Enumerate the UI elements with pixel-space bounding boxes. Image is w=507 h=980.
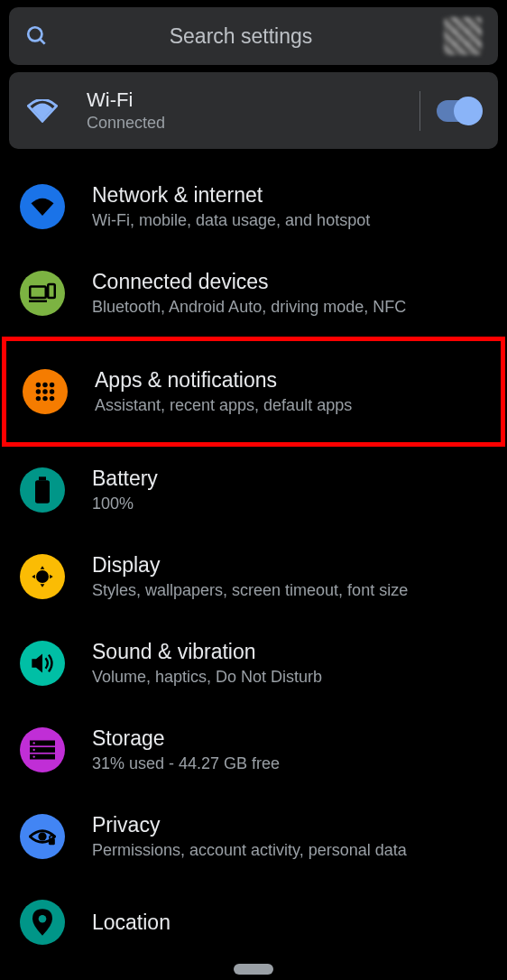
- item-text: Network & internetWi-Fi, mobile, data us…: [92, 183, 487, 230]
- item-text: Apps & notificationsAssistant, recent ap…: [95, 368, 484, 415]
- item-title: Display: [92, 553, 487, 578]
- sound-icon: [20, 641, 65, 686]
- svg-point-21: [33, 749, 35, 751]
- item-text: Sound & vibrationVolume, haptics, Do Not…: [92, 640, 487, 687]
- item-title: Privacy: [92, 813, 487, 837]
- svg-rect-15: [39, 476, 46, 480]
- apps-icon: [23, 369, 68, 414]
- svg-point-6: [42, 383, 47, 387]
- setting-item-storage[interactable]: Storage31% used - 44.27 GB free: [0, 707, 507, 793]
- svg-point-23: [38, 832, 46, 840]
- setting-item-privacy[interactable]: PrivacyPermissions, account activity, pe…: [0, 793, 507, 880]
- storage-icon: [20, 727, 65, 772]
- item-text: PrivacyPermissions, account activity, pe…: [92, 813, 487, 860]
- wifi-toggle[interactable]: [437, 100, 480, 122]
- svg-point-22: [33, 755, 35, 757]
- svg-point-9: [42, 389, 47, 393]
- setting-item-wifi[interactable]: Network & internetWi-Fi, mobile, data us…: [0, 163, 507, 250]
- setting-item-battery[interactable]: Battery100%: [0, 447, 507, 533]
- wifi-icon: [20, 184, 65, 229]
- svg-point-10: [50, 389, 54, 393]
- svg-point-16: [37, 571, 48, 582]
- svg-point-12: [42, 396, 47, 401]
- setting-item-devices[interactable]: Connected devicesBluetooth, Android Auto…: [0, 250, 507, 337]
- divider: [419, 91, 420, 131]
- setting-item-location[interactable]: Location: [0, 880, 507, 965]
- svg-rect-24: [49, 838, 55, 845]
- wifi-status: Connected: [87, 114, 403, 133]
- item-title: Battery: [92, 467, 487, 491]
- svg-rect-2: [30, 287, 46, 299]
- item-subtitle: Wi-Fi, mobile, data usage, and hotspot: [92, 211, 487, 230]
- wifi-title: Wi-Fi: [87, 88, 403, 112]
- item-text: Battery100%: [92, 467, 487, 513]
- svg-point-7: [50, 383, 54, 387]
- item-subtitle: Styles, wallpapers, screen timeout, font…: [92, 581, 487, 600]
- wifi-quick-card[interactable]: Wi-Fi Connected: [9, 72, 498, 149]
- item-title: Network & internet: [92, 183, 487, 208]
- svg-point-13: [50, 396, 54, 401]
- home-indicator[interactable]: [234, 964, 273, 975]
- profile-avatar[interactable]: [444, 17, 482, 55]
- devices-icon: [20, 271, 65, 316]
- setting-item-sound[interactable]: Sound & vibrationVolume, haptics, Do Not…: [0, 620, 507, 707]
- item-text: DisplayStyles, wallpapers, screen timeou…: [92, 553, 487, 600]
- search-placeholder: Search settings: [38, 24, 444, 49]
- svg-point-20: [33, 742, 35, 744]
- item-text: Connected devicesBluetooth, Android Auto…: [92, 270, 487, 317]
- svg-point-25: [39, 915, 47, 923]
- wifi-text: Wi-Fi Connected: [87, 88, 403, 133]
- svg-rect-3: [48, 284, 55, 298]
- search-bar[interactable]: Search settings: [9, 7, 498, 65]
- item-subtitle: 100%: [92, 495, 487, 513]
- location-icon: [20, 900, 65, 945]
- setting-item-apps[interactable]: Apps & notificationsAssistant, recent ap…: [2, 337, 505, 447]
- wifi-icon: [27, 99, 58, 123]
- item-subtitle: Permissions, account activity, personal …: [92, 841, 487, 860]
- item-subtitle: 31% used - 44.27 GB free: [92, 754, 487, 773]
- item-title: Location: [92, 911, 487, 935]
- item-title: Sound & vibration: [92, 640, 487, 664]
- item-subtitle: Bluetooth, Android Auto, driving mode, N…: [92, 298, 487, 317]
- svg-point-5: [36, 383, 41, 387]
- item-subtitle: Volume, haptics, Do Not Disturb: [92, 668, 487, 687]
- privacy-icon: [20, 814, 65, 859]
- brightness-icon: [20, 554, 65, 599]
- svg-point-8: [36, 389, 41, 393]
- setting-item-brightness[interactable]: DisplayStyles, wallpapers, screen timeou…: [0, 533, 507, 620]
- item-title: Connected devices: [92, 270, 487, 294]
- svg-point-11: [36, 396, 41, 401]
- item-text: Storage31% used - 44.27 GB free: [92, 726, 487, 773]
- battery-icon: [20, 467, 65, 513]
- item-text: Location: [92, 911, 487, 935]
- svg-rect-14: [35, 480, 50, 503]
- item-subtitle: Assistant, recent apps, default apps: [95, 396, 484, 415]
- item-title: Storage: [92, 726, 487, 751]
- settings-list: Network & internetWi-Fi, mobile, data us…: [0, 163, 507, 965]
- item-title: Apps & notifications: [95, 368, 484, 393]
